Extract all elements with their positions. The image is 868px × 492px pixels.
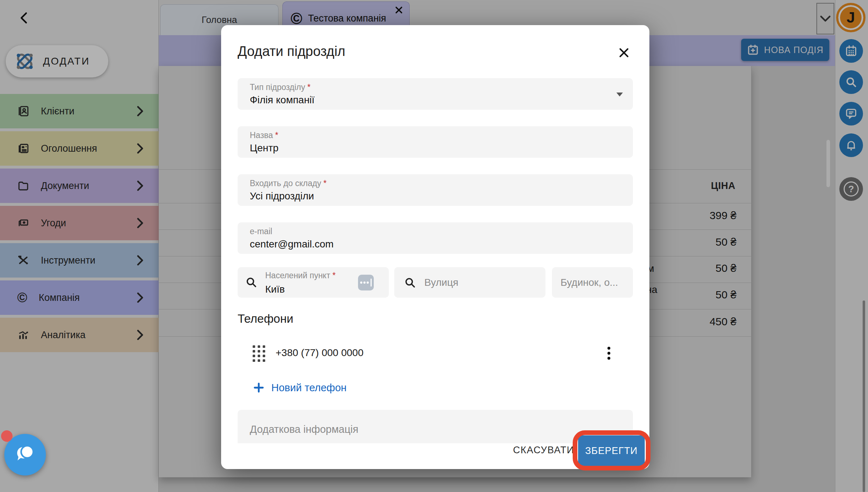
chat-notification-dot <box>1 430 13 442</box>
name-value: Центр <box>250 142 622 154</box>
save-button-label: ЗБЕРЕГТИ <box>585 445 638 456</box>
save-button[interactable]: ЗБЕРЕГТИ <box>578 435 645 466</box>
extra-info-textarea[interactable]: Додаткова інформація <box>238 410 633 443</box>
modal-close-button[interactable] <box>616 45 631 60</box>
drag-handle-icon[interactable] <box>253 345 266 362</box>
phones-heading: Телефони <box>238 312 293 326</box>
building-placeholder: Будинок, о... <box>561 277 618 288</box>
email-input[interactable]: e-mail center@gmail.com <box>238 222 633 254</box>
chat-bubbles-icon <box>12 443 38 466</box>
name-label: Назва <box>250 131 273 140</box>
building-input[interactable]: Будинок, о... <box>552 267 633 298</box>
add-phone-label: Новий телефон <box>271 382 347 394</box>
search-icon <box>245 276 258 289</box>
required-mark: * <box>332 271 335 280</box>
type-select[interactable]: Тип підрозділу* Філія компанії <box>238 78 633 110</box>
close-icon <box>617 46 630 59</box>
type-label: Тип підрозділу <box>250 82 305 92</box>
parent-select[interactable]: Входить до складу* Усі підрозділи <box>238 174 633 206</box>
city-label: Населений пункт <box>265 271 330 280</box>
modal-title: Додати підрозділ <box>238 44 345 59</box>
street-input[interactable]: Вулиця <box>394 267 545 298</box>
city-input[interactable]: Населений пункт* Київ <box>238 267 389 298</box>
city-value: Київ <box>265 284 285 295</box>
search-icon <box>404 276 416 289</box>
street-placeholder: Вулиця <box>424 277 458 288</box>
type-value: Філія компанії <box>250 94 622 106</box>
required-mark: * <box>307 82 311 92</box>
extra-info-placeholder: Додаткова інформація <box>250 424 358 435</box>
input-method-icon[interactable] <box>358 275 374 290</box>
parent-value: Усі підрозділи <box>250 190 622 202</box>
plus-icon <box>253 382 265 394</box>
add-subdivision-modal: Додати підрозділ Тип підрозділу* Філія к… <box>221 25 649 469</box>
email-label: e-mail <box>250 227 272 236</box>
required-mark: * <box>275 131 278 140</box>
add-phone-button[interactable]: Новий телефон <box>253 382 347 394</box>
cancel-button[interactable]: СКАСУВАТИ <box>508 445 580 456</box>
parent-label: Входить до складу <box>250 179 321 188</box>
app-screen: ДОДАТИ Клієнти <box>0 0 868 492</box>
name-input[interactable]: Назва* Центр <box>238 126 633 158</box>
dropdown-caret-icon <box>616 93 623 96</box>
email-value: center@gmail.com <box>250 238 622 250</box>
required-mark: * <box>323 179 326 188</box>
phone-menu-button[interactable] <box>602 345 616 362</box>
phone-number[interactable]: +380 (77) 000 0000 <box>276 347 363 359</box>
